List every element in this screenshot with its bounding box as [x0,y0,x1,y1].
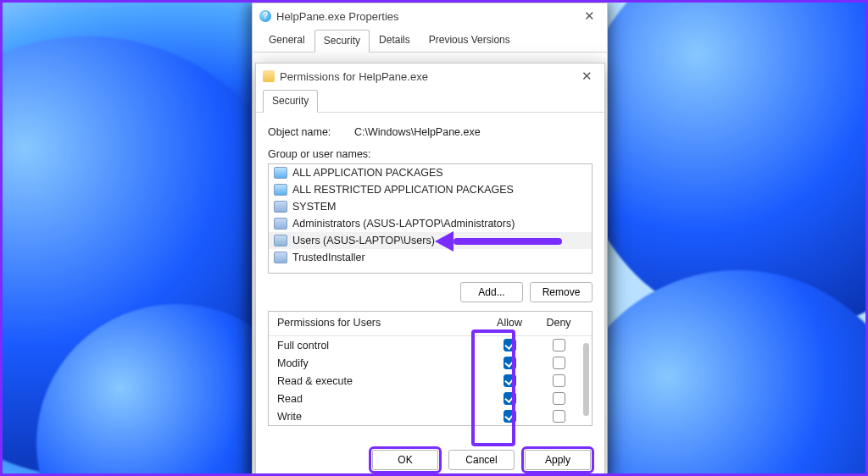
permission-name: Full control [277,340,485,351]
users-icon [274,218,287,230]
group-item[interactable]: ALL RESTRICTED APPLICATION PACKAGES [269,181,592,198]
close-icon[interactable]: ✕ [574,69,599,84]
tab-general[interactable]: General [259,29,314,52]
package-icon [274,184,287,196]
group-list-label: Group or user names: [268,148,593,160]
permission-row: Read & execute [269,372,592,390]
tab-security[interactable]: Security [263,90,318,113]
users-icon [274,201,287,213]
remove-button[interactable]: Remove [530,282,593,302]
checkbox-allow[interactable] [504,410,516,423]
checkbox-allow[interactable] [504,392,516,405]
group-item[interactable]: ALL APPLICATION PACKAGES [269,164,592,181]
permission-name: Read & execute [277,375,485,387]
tab-security[interactable]: Security [314,30,370,53]
checkbox-deny[interactable] [553,339,565,351]
permissions-titlebar[interactable]: Permissions for HelpPane.exe ✕ [256,64,604,89]
group-item-label: ALL APPLICATION PACKAGES [292,167,443,179]
permission-name: Write [277,411,485,423]
help-icon [259,10,271,22]
group-item[interactable]: Users (ASUS-LAPTOP\Users) [269,232,592,249]
group-item-label: ALL RESTRICTED APPLICATION PACKAGES [292,184,514,196]
column-deny: Deny [534,317,583,329]
checkbox-deny[interactable] [553,410,565,423]
checkbox-deny[interactable] [553,392,565,405]
permissions-for-label: Permissions for Users [277,317,485,329]
object-name-label: Object name: [268,126,342,138]
permissions-dialog: Permissions for HelpPane.exe ✕ Security … [255,63,605,476]
ok-button[interactable]: OK [372,450,438,470]
tab-previous-versions[interactable]: Previous Versions [420,29,520,52]
group-item[interactable]: SYSTEM [269,198,592,215]
permissions-list: Full controlModifyRead & executeReadWrit… [269,335,592,425]
group-item-label: TrustedInstaller [292,252,365,263]
cancel-button[interactable]: Cancel [448,450,515,470]
column-allow: Allow [485,317,534,329]
apply-button[interactable]: Apply [525,450,591,470]
users-icon [274,252,287,263]
permissions-body: Object name: C:\Windows\HelpPane.exe Gro… [256,113,604,434]
group-item-label: SYSTEM [292,201,336,213]
group-item[interactable]: TrustedInstaller [269,249,592,266]
permission-row: Full control [269,336,592,354]
checkbox-allow[interactable] [504,357,516,369]
permission-row: Read [269,390,592,407]
group-item[interactable]: Administrators (ASUS-LAPTOP\Administrato… [269,215,592,232]
checkbox-allow[interactable] [504,374,516,387]
group-item-label: Users (ASUS-LAPTOP\Users) [292,235,435,246]
package-icon [274,167,287,179]
checkbox-allow[interactable] [504,339,516,351]
scrollbar-thumb[interactable] [583,343,589,416]
checkbox-deny[interactable] [553,357,565,369]
permission-name: Modify [277,357,485,369]
object-name-value: C:\Windows\HelpPane.exe [354,126,593,138]
permissions-box: Permissions for Users Allow Deny Full co… [268,311,593,426]
permissions-tabstrip: Security [256,89,604,113]
folder-icon [263,70,275,82]
checkbox-deny[interactable] [553,374,565,387]
users-icon [274,235,287,246]
permission-name: Read [277,393,485,405]
permission-row: Write [269,407,592,425]
dialog-footer: OK Cancel Apply [256,450,604,470]
properties-titlebar[interactable]: HelpPane.exe Properties ✕ [253,3,607,29]
close-icon[interactable]: ✕ [576,8,602,24]
add-button[interactable]: Add... [460,282,523,302]
group-item-label: Administrators (ASUS-LAPTOP\Administrato… [292,218,515,230]
group-listbox[interactable]: ALL APPLICATION PACKAGESALL RESTRICTED A… [268,163,593,274]
permissions-title: Permissions for HelpPane.exe [280,70,574,83]
permission-row: Modify [269,354,592,372]
properties-tabstrip: General Security Details Previous Versio… [253,29,607,53]
tab-details[interactable]: Details [370,29,420,52]
properties-title: HelpPane.exe Properties [276,10,576,23]
